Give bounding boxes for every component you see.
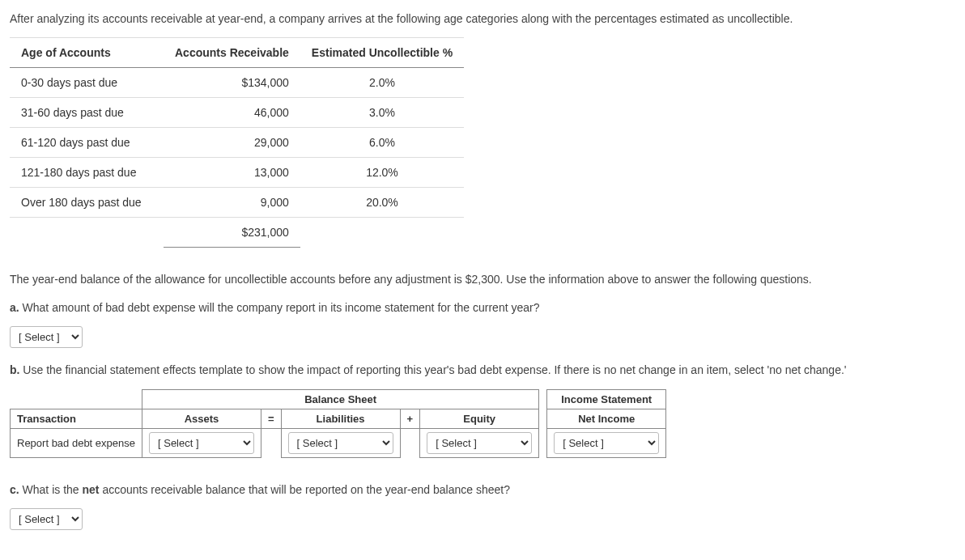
- qb-label: b.: [10, 363, 19, 376]
- qc-text1: What is the: [19, 483, 83, 496]
- th-equity: Equity: [420, 409, 539, 428]
- table-row: 31-60 days past due 46,000 3.0%: [10, 98, 464, 128]
- cell-pct: 12.0%: [300, 158, 464, 188]
- qc-label: c.: [10, 483, 19, 496]
- cell-pct: 2.0%: [300, 68, 464, 98]
- th-assets: Assets: [142, 409, 261, 428]
- qc-text2: accounts receivable balance that will be…: [100, 483, 510, 496]
- cell-ar: 46,000: [164, 98, 300, 128]
- aging-table: Age of Accounts Accounts Receivable Esti…: [10, 37, 464, 248]
- cell-pct: 20.0%: [300, 188, 464, 218]
- op-equals: =: [261, 409, 282, 428]
- question-b: b. Use the financial statement effects t…: [10, 361, 955, 379]
- th-liabilities: Liabilities: [281, 409, 400, 428]
- select-liabilities[interactable]: [ Select ]: [288, 432, 393, 454]
- cell-age: 0-30 days past due: [10, 68, 164, 98]
- intro-text: After analyzing its accounts receivable …: [10, 10, 955, 28]
- select-net-income[interactable]: [ Select ]: [554, 432, 659, 454]
- select-c[interactable]: [ Select ]: [10, 508, 83, 530]
- cell-pct: 3.0%: [300, 98, 464, 128]
- table-row: 0-30 days past due $134,000 2.0%: [10, 68, 464, 98]
- cell-total: $231,000: [164, 218, 300, 248]
- th-balance-sheet: Balance Sheet: [142, 389, 539, 409]
- cell-ar: $134,000: [164, 68, 300, 98]
- cell-age: 31-60 days past due: [10, 98, 164, 128]
- select-equity[interactable]: [ Select ]: [427, 432, 532, 454]
- cell-ar: 9,000: [164, 188, 300, 218]
- question-c: c. What is the net accounts receivable b…: [10, 481, 955, 498]
- select-a[interactable]: [ Select ]: [10, 326, 83, 348]
- cell-age: Over 180 days past due: [10, 188, 164, 218]
- op-plus: +: [400, 409, 420, 428]
- select-assets[interactable]: [ Select ]: [149, 432, 254, 454]
- question-a: a. What amount of bad debt expense will …: [10, 299, 955, 316]
- th-net-income: Net Income: [547, 409, 666, 428]
- cell-age: 121-180 days past due: [10, 158, 164, 188]
- fs-effects-table: Balance Sheet Income Statement Transacti…: [10, 389, 666, 458]
- cell-ar: 29,000: [164, 128, 300, 158]
- qa-label: a.: [10, 301, 19, 314]
- th-ar: Accounts Receivable: [164, 38, 300, 68]
- qa-text: What amount of bad debt expense will the…: [19, 301, 540, 314]
- cell-age: 61-120 days past due: [10, 128, 164, 158]
- th-income-statement: Income Statement: [547, 389, 666, 409]
- th-transaction: Transaction: [11, 409, 142, 428]
- cell-ar: 13,000: [164, 158, 300, 188]
- table-row: 61-120 days past due 29,000 6.0%: [10, 128, 464, 158]
- th-age: Age of Accounts: [10, 38, 164, 68]
- context-text: The year-end balance of the allowance fo…: [10, 270, 955, 288]
- table-row: Over 180 days past due 9,000 20.0%: [10, 188, 464, 218]
- qc-bold: net: [83, 483, 100, 496]
- table-row: 121-180 days past due 13,000 12.0%: [10, 158, 464, 188]
- th-pct: Estimated Uncollectible %: [300, 38, 464, 68]
- qb-text: Use the financial statement effects temp…: [19, 363, 846, 376]
- cell-pct: 6.0%: [300, 128, 464, 158]
- row-transaction-label: Report bad debt expense: [11, 428, 142, 457]
